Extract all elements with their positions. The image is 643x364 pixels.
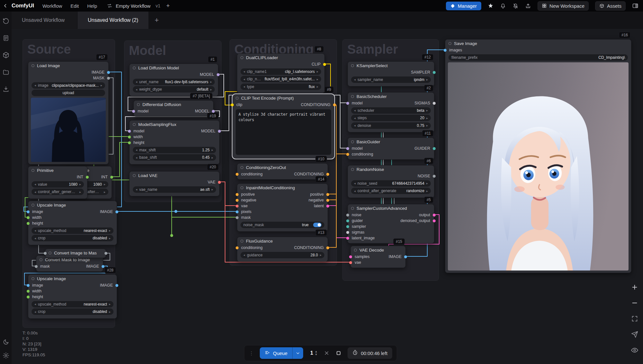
- prompt-textarea[interactable]: A stylize 3d character portrait vibrant …: [236, 109, 331, 155]
- step-down-icon[interactable]: ▾: [315, 353, 317, 356]
- output-dot-INT[interactable]: [110, 176, 113, 179]
- combo-right-arrow-icon[interactable]: ▸: [426, 78, 428, 81]
- collapse-dot[interactable]: [351, 140, 354, 143]
- workflows-folder-icon[interactable]: [2, 68, 9, 75]
- combo-left-arrow-icon[interactable]: ◂: [136, 80, 137, 84]
- combo-left-arrow-icon[interactable]: ◂: [34, 310, 36, 314]
- output-dot-MODEL[interactable]: [212, 110, 215, 113]
- menu-help[interactable]: Help: [87, 3, 97, 9]
- node-model-sampling-flux[interactable]: #19ModelSamplingFluxmodelMODELwidthheigh…: [129, 120, 220, 164]
- widget-clip_name2[interactable]: ◂clip_name2flux/t5xxl_fp8_e4m3fn.safet..…: [240, 76, 321, 82]
- output-dot-IMAGE[interactable]: [404, 255, 407, 258]
- collapse-dot[interactable]: [133, 67, 136, 69]
- input-dot-model[interactable]: [346, 102, 349, 105]
- combo-right-arrow-icon[interactable]: ▸: [104, 190, 105, 194]
- combo-left-arrow-icon[interactable]: ◂: [34, 302, 36, 306]
- combo-right-arrow-icon[interactable]: ▸: [426, 182, 428, 185]
- collapse-dot[interactable]: [351, 207, 354, 210]
- panel-toggle-icon[interactable]: [632, 3, 638, 9]
- output-dot-SIGMAS[interactable]: [433, 102, 436, 105]
- input-dot-samples[interactable]: [349, 255, 352, 258]
- node-flux-guidance[interactable]: #13FluxGuidanceconditioningCONDITIONING◂…: [237, 237, 328, 262]
- combo-right-arrow-icon[interactable]: ▸: [320, 253, 322, 257]
- widget-max_shift[interactable]: ◂max_shift1.25▸: [133, 147, 216, 153]
- zoom-out-icon[interactable]: [631, 299, 638, 307]
- tab-unsaved-workflow-2[interactable]: Unsaved Workflow (2): [77, 12, 149, 29]
- back-icon[interactable]: [3, 3, 8, 9]
- combo-right-arrow-icon[interactable]: ▸: [212, 156, 213, 159]
- widget-base_shift[interactable]: ◂base_shift0.45▸: [133, 154, 216, 161]
- output-dot-latent[interactable]: [326, 205, 329, 208]
- combo-left-arrow-icon[interactable]: ◂: [243, 85, 245, 88]
- collapse-dot[interactable]: [133, 123, 136, 126]
- widget-noise_mask[interactable]: noise_masktrue: [240, 222, 324, 228]
- output-dot-denoised_output[interactable]: [433, 219, 436, 222]
- collapse-dot[interactable]: [137, 103, 140, 106]
- combo-right-arrow-icon[interactable]: ▸: [109, 302, 111, 306]
- collapse-dot[interactable]: [32, 169, 34, 172]
- settings-gear-icon[interactable]: [2, 352, 9, 359]
- combo-left-arrow-icon[interactable]: ◂: [243, 253, 245, 257]
- input-dot-height[interactable]: [128, 141, 131, 144]
- combo-right-arrow-icon[interactable]: ▸: [210, 88, 212, 91]
- node-vae-decode[interactable]: #15VAE DecodesamplesIMAGEvae: [350, 246, 406, 268]
- node-inpaint-model-conditioning[interactable]: #14InpaintModelConditioningpositiveposit…: [237, 183, 328, 232]
- output-dot-output[interactable]: [433, 214, 436, 217]
- node-graph-canvas[interactable]: SourceModelConditioningSampler#17Load Im…: [0, 0, 643, 364]
- node-save-image[interactable]: #16Save Imageimagesfilename_prefixCD_Imp…: [445, 39, 631, 273]
- combo-left-arrow-icon[interactable]: ◂: [136, 148, 137, 152]
- collapse-dot[interactable]: [40, 258, 42, 261]
- input-dot-image[interactable]: [27, 210, 30, 213]
- collapse-dot[interactable]: [32, 64, 34, 67]
- input-dot-noise[interactable]: [346, 214, 349, 217]
- input-dot-pixels[interactable]: [236, 210, 239, 213]
- node-library-icon[interactable]: [2, 34, 9, 41]
- input-dot-image[interactable]: [27, 284, 30, 287]
- output-dot-MODEL[interactable]: [217, 73, 220, 76]
- menu-workflow[interactable]: Workflow: [42, 3, 62, 9]
- combo-left-arrow-icon[interactable]: ◂: [136, 188, 137, 191]
- collapse-dot[interactable]: [32, 277, 34, 280]
- widget-guidance[interactable]: ◂guidance28.0▸: [240, 252, 324, 258]
- input-dot-conditioning[interactable]: [346, 153, 349, 156]
- widget-clip_name1[interactable]: ◂clip_name1clip_l.safetensors▸: [240, 68, 321, 75]
- input-dot-model[interactable]: [128, 130, 131, 133]
- input-dot-vae[interactable]: [236, 205, 239, 208]
- fit-view-icon[interactable]: [631, 315, 638, 323]
- select-nav-icon[interactable]: [631, 331, 638, 338]
- combo-left-arrow-icon[interactable]: ◂: [354, 109, 356, 112]
- combo-right-arrow-icon[interactable]: ▸: [426, 124, 428, 127]
- node-basic-guider[interactable]: #11BasicGuidermodelGUIDERconditioning: [348, 138, 434, 160]
- collapse-dot[interactable]: [240, 186, 243, 189]
- widget-filename_prefix[interactable]: filename_prefixCD_Impainting\: [448, 54, 628, 61]
- collapse-dot[interactable]: [49, 252, 51, 254]
- input-dot-width[interactable]: [27, 290, 30, 293]
- notification-bell-alt-icon[interactable]: [512, 3, 519, 9]
- combo-right-arrow-icon[interactable]: ▸: [317, 70, 318, 73]
- combo-right-arrow-icon[interactable]: ▸: [109, 236, 111, 240]
- combo-left-arrow-icon[interactable]: ◂: [34, 229, 36, 232]
- widget-upscale_method[interactable]: ◂upscale_methodnearest-exact▸: [32, 227, 113, 234]
- new-workflow-button[interactable]: +: [166, 2, 170, 9]
- combo-left-arrow-icon[interactable]: ◂: [136, 156, 137, 159]
- widget-sampler_name[interactable]: ◂sampler_nameipndm▸: [351, 76, 431, 83]
- widget-noise_seed[interactable]: ◂noise_seed674664423714954▸: [351, 180, 431, 187]
- share-icon[interactable]: [525, 3, 531, 9]
- menu-edit[interactable]: Edit: [70, 3, 79, 9]
- combo-right-arrow-icon[interactable]: ▸: [426, 189, 428, 193]
- combo-left-arrow-icon[interactable]: ◂: [243, 70, 245, 73]
- input-dot-mask[interactable]: [35, 265, 38, 268]
- combo-right-arrow-icon[interactable]: ▸: [317, 85, 318, 88]
- widget-crop[interactable]: ◂cropdisabled▸: [32, 308, 113, 315]
- combo-left-arrow-icon[interactable]: ◂: [354, 78, 356, 81]
- widget-scheduler[interactable]: ◂schedulerbeta▸: [351, 107, 431, 114]
- collapse-dot[interactable]: [32, 204, 34, 207]
- tab-unsaved-workflow[interactable]: Unsaved Workflow: [12, 12, 77, 29]
- input-dot-conditioning[interactable]: [236, 173, 239, 176]
- collapse-dot[interactable]: [240, 56, 243, 59]
- combo-right-arrow-icon[interactable]: ▸: [109, 229, 111, 232]
- output-dot-GUIDER[interactable]: [433, 147, 436, 150]
- collapse-dot[interactable]: [236, 97, 239, 100]
- combo-right-arrow-icon[interactable]: ▸: [101, 84, 102, 87]
- queue-drag-handle[interactable]: ⋮: [249, 350, 254, 356]
